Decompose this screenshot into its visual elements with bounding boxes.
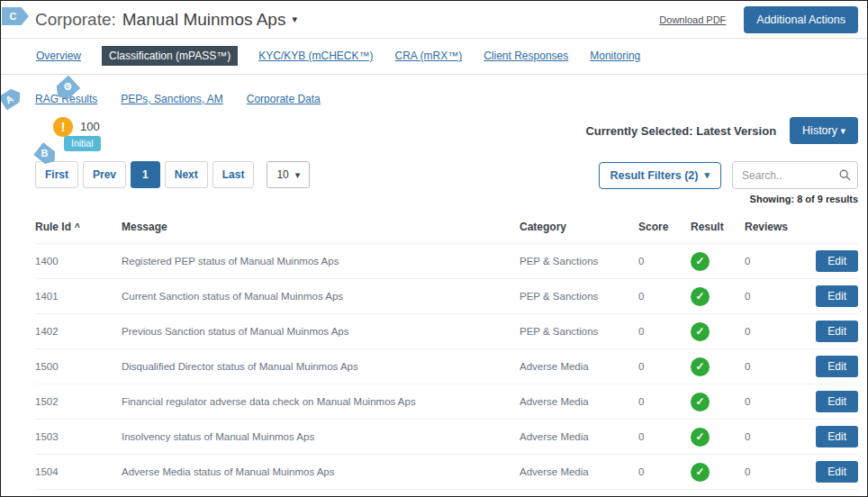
result-cell: ✓ xyxy=(691,349,745,384)
table-row: 1402 Previous Sanction status of Manual … xyxy=(35,314,858,349)
score-cell: 0 xyxy=(638,244,691,279)
version-block: Currently Selected: Latest Version Histo… xyxy=(585,117,858,144)
first-page-button[interactable]: First xyxy=(35,161,78,188)
message-cell: Corporate Data is available xyxy=(122,490,520,497)
tab-cra[interactable]: CRA (mRX™) xyxy=(394,47,464,65)
col-message[interactable]: Message xyxy=(122,212,520,244)
message-cell: Adverse Media status of Manual Muinmos A… xyxy=(122,455,520,490)
score-cell: 0 xyxy=(638,349,691,384)
edit-button[interactable]: Edit xyxy=(816,285,858,307)
reviews-cell: 0 xyxy=(745,314,808,349)
toolbar-right: Result Filters (2) ▾ xyxy=(599,161,858,189)
chevron-down-icon: ▾ xyxy=(704,170,710,180)
tab-monitoring[interactable]: Monitoring xyxy=(589,47,641,65)
tab-classification[interactable]: Classification (mPASS™) xyxy=(102,46,238,66)
rule-id-cell: 1401 xyxy=(35,279,122,314)
result-status-icon: ✓ xyxy=(691,287,710,306)
rule-id-cell: 1502 xyxy=(35,384,122,420)
chevron-down-icon: ▾ xyxy=(292,14,297,24)
prev-page-button[interactable]: Prev xyxy=(83,161,126,188)
additional-actions-button[interactable]: Additional Actions xyxy=(744,6,858,33)
history-button[interactable]: History ▾ xyxy=(790,117,858,144)
actions-cell: Edit xyxy=(808,490,858,497)
page: C A ⚙ B Corporate: Manual Muinmos Aps ▾ … xyxy=(0,0,868,497)
sort-asc-icon: ^ xyxy=(75,222,80,232)
chevron-down-icon: ▾ xyxy=(295,170,301,180)
col-rule-id[interactable]: Rule Id^ xyxy=(35,212,122,244)
table-row: 1401 Current Sanction status of Manual M… xyxy=(35,279,858,314)
actions-cell: Edit xyxy=(808,349,858,384)
score-cell: 0 xyxy=(638,420,691,455)
col-score[interactable]: Score xyxy=(638,212,691,244)
col-actions xyxy=(808,212,858,244)
rule-id-cell: 1504 xyxy=(35,455,122,490)
table-row: 1502 Financial regulator adverse data ch… xyxy=(35,384,858,420)
category-cell: Adverse Media xyxy=(520,384,638,420)
col-result[interactable]: Result xyxy=(691,212,745,244)
page-1-button[interactable]: 1 xyxy=(131,161,160,188)
result-status-icon: ✓ xyxy=(691,357,710,376)
result-status-icon: ✓ xyxy=(691,322,710,341)
edit-button[interactable]: Edit xyxy=(816,250,858,272)
version-label: Currently Selected: Latest Version xyxy=(585,124,776,138)
next-page-button[interactable]: Next xyxy=(165,161,208,188)
download-pdf-link[interactable]: Download PDF xyxy=(659,14,726,25)
edit-button[interactable]: Edit xyxy=(816,461,858,483)
category-cell: Corporate xyxy=(520,490,638,497)
category-cell: PEP & Sanctions xyxy=(520,279,638,314)
result-cell: ✓ xyxy=(691,314,745,349)
last-page-button[interactable]: Last xyxy=(212,161,255,188)
entity-title-dropdown[interactable]: Corporate: Manual Muinmos Aps ▾ xyxy=(35,10,297,30)
chevron-down-icon: ▾ xyxy=(840,125,845,136)
edit-button[interactable]: Edit xyxy=(816,426,858,447)
reviews-cell: 0 xyxy=(745,244,808,279)
rule-id-cell: 1503 xyxy=(35,420,122,455)
header-bar: Corporate: Manual Muinmos Aps ▾ Download… xyxy=(1,1,867,39)
entity-type-label: Corporate: xyxy=(35,10,116,30)
main-content: RAG Results PEPs, Sanctions, AM Corporat… xyxy=(1,93,867,497)
rule-id-cell: 1500 xyxy=(35,349,122,384)
warning-icon: ! xyxy=(53,117,73,137)
table-row: 1801 Corporate Data is available Corpora… xyxy=(35,490,858,497)
reviews-cell: 0 xyxy=(745,420,808,455)
rule-id-cell: 1400 xyxy=(35,244,122,279)
result-cell: ✓ xyxy=(691,279,745,314)
col-reviews[interactable]: Reviews xyxy=(745,212,808,244)
reviews-cell: 0 xyxy=(745,279,808,314)
rule-id-cell: 1801 xyxy=(35,490,122,497)
reviews-cell: 0 xyxy=(745,384,808,420)
edit-button[interactable]: Edit xyxy=(816,321,858,342)
edit-button[interactable]: Edit xyxy=(816,391,858,412)
table-row: 1504 Adverse Media status of Manual Muin… xyxy=(35,455,858,490)
main-tabs: Overview Classification (mPASS™) KYC/KYB… xyxy=(1,39,867,75)
score-cell: 0 xyxy=(638,314,691,349)
col-category[interactable]: Category xyxy=(520,212,638,244)
result-cell: ✓ xyxy=(691,244,745,279)
result-filters-button[interactable]: Result Filters (2) ▾ xyxy=(599,162,721,189)
tab-kyc-kyb[interactable]: KYC/KYB (mCHECK™) xyxy=(258,47,374,65)
results-count: Showing: 8 of 9 results xyxy=(35,194,858,204)
table-row: 1400 Registered PEP status of Manual Mui… xyxy=(35,244,858,279)
table-row: 1500 Disqualified Director status of Man… xyxy=(35,349,858,384)
message-cell: Previous Sanction status of Manual Muinm… xyxy=(122,314,520,349)
actions-cell: Edit xyxy=(808,455,858,490)
category-cell: Adverse Media xyxy=(520,455,638,490)
score-cell: 0 xyxy=(638,384,691,420)
results-table: Rule Id^ Message Category Score Result R… xyxy=(35,212,858,497)
result-status-icon: ✓ xyxy=(691,463,710,482)
score-cell: 0 xyxy=(638,279,691,314)
subtab-peps-sanctions-am[interactable]: PEPs, Sanctions, AM xyxy=(121,93,222,105)
tab-overview[interactable]: Overview xyxy=(35,47,82,65)
subtab-corporate-data[interactable]: Corporate Data xyxy=(247,93,321,105)
category-cell: Adverse Media xyxy=(520,349,638,384)
toolbar-row: First Prev 1 Next Last 10 ▾ Result Filte… xyxy=(35,161,858,189)
page-size-select[interactable]: 10 ▾ xyxy=(267,161,310,188)
search-icon xyxy=(839,168,851,185)
message-cell: Disqualified Director status of Manual M… xyxy=(122,349,520,384)
category-cell: Adverse Media xyxy=(520,420,638,455)
tab-client-responses[interactable]: Client Responses xyxy=(483,47,569,65)
result-status-icon: ✓ xyxy=(691,428,710,447)
results-table-body: 1400 Registered PEP status of Manual Mui… xyxy=(35,244,858,497)
edit-button[interactable]: Edit xyxy=(816,356,858,377)
table-header: Rule Id^ Message Category Score Result R… xyxy=(35,212,858,244)
